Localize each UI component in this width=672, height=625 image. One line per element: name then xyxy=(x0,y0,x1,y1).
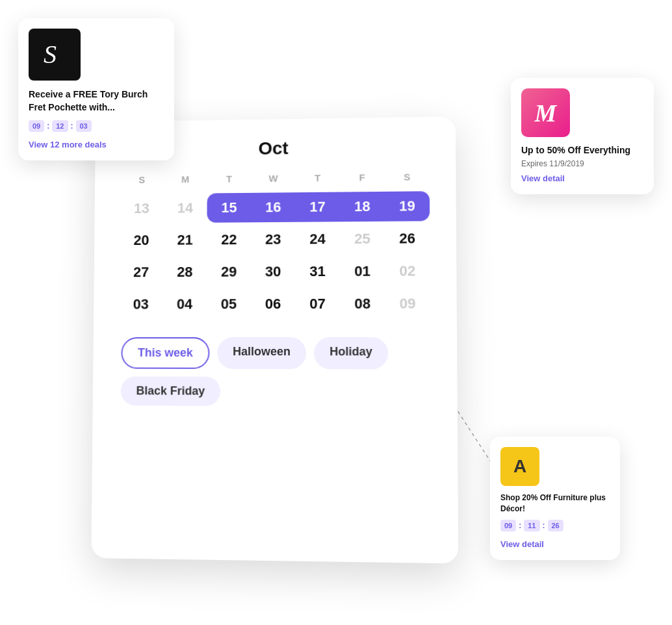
furniture-timer-m: 11 xyxy=(524,520,539,531)
popup-furniture: A Shop 20% Off Furniture plus Décor! 09 … xyxy=(490,437,620,560)
day-cell[interactable]: 28 xyxy=(163,257,207,287)
day-cell[interactable]: 09 xyxy=(385,288,430,318)
day-cell[interactable]: 04 xyxy=(162,290,207,320)
day-header: F xyxy=(340,168,385,186)
tory-deal-title: Receive a FREE Tory Burch Fret Pochette … xyxy=(29,88,164,114)
day-cell[interactable]: 23 xyxy=(251,225,295,255)
day-cell[interactable]: 17 xyxy=(295,192,340,222)
tory-timer-s: 03 xyxy=(76,120,92,132)
furniture-logo: A xyxy=(500,447,539,486)
furniture-timer-s: 26 xyxy=(548,520,563,531)
furniture-view-detail-link[interactable]: View detail xyxy=(500,539,544,549)
macys-logo: M xyxy=(521,88,570,137)
calendar-row: 27282930310102 xyxy=(119,256,430,287)
calendar-tag[interactable]: This week xyxy=(121,337,209,369)
furniture-deal-title: Shop 20% Off Furniture plus Décor! xyxy=(500,492,610,515)
day-cell[interactable]: 18 xyxy=(340,192,385,222)
calendar-card: Oct SMTWTFS 1314151617181920212223242526… xyxy=(91,116,458,563)
day-cell[interactable]: 22 xyxy=(207,225,251,255)
day-cell[interactable]: 08 xyxy=(340,289,385,319)
day-cell[interactable]: 29 xyxy=(207,257,251,287)
furniture-timer-h: 09 xyxy=(500,520,516,531)
calendar-row: 13141516171819 xyxy=(120,191,430,223)
macys-view-detail-link[interactable]: View detail xyxy=(521,173,565,183)
tory-logo: S xyxy=(29,29,81,81)
popup-tory: S Receive a FREE Tory Burch Fret Pochett… xyxy=(18,18,174,160)
furniture-timer-row: 09 : 11 : 26 xyxy=(500,520,610,531)
day-cell[interactable]: 06 xyxy=(251,289,295,319)
day-header: W xyxy=(251,169,295,188)
calendar-tag[interactable]: Black Friday xyxy=(121,376,220,405)
tory-timer-m: 12 xyxy=(52,120,68,132)
day-cell[interactable]: 02 xyxy=(385,256,430,286)
day-header: T xyxy=(207,170,252,188)
day-cell[interactable]: 03 xyxy=(119,290,163,320)
day-header: S xyxy=(385,167,430,186)
tory-view-more-link[interactable]: View 12 more deals xyxy=(29,140,107,149)
calendar-header-row: SMTWTFS xyxy=(120,167,430,189)
day-cell[interactable]: 26 xyxy=(385,223,430,253)
day-cell[interactable]: 14 xyxy=(163,194,207,223)
day-cell[interactable]: 13 xyxy=(120,194,163,223)
calendar-tag[interactable]: Holiday xyxy=(314,337,388,369)
macys-deal-title: Up to 50% Off Everything xyxy=(521,145,643,155)
day-cell[interactable]: 05 xyxy=(207,289,251,319)
day-cell[interactable]: 20 xyxy=(120,225,163,255)
day-header: S xyxy=(120,170,164,189)
day-cell[interactable]: 16 xyxy=(251,192,295,222)
day-cell[interactable]: 15 xyxy=(207,193,252,223)
macys-expires: Expires 11/9/2019 xyxy=(521,159,643,168)
day-cell[interactable]: 30 xyxy=(251,257,295,287)
popup-macys: M Up to 50% Off Everything Expires 11/9/… xyxy=(511,78,654,194)
day-header: M xyxy=(164,170,207,188)
calendar-row: 20212223242526 xyxy=(120,223,430,255)
day-cell[interactable]: 19 xyxy=(385,191,430,221)
calendar-row: 03040506070809 xyxy=(119,288,430,319)
day-header: T xyxy=(295,168,339,187)
day-cell[interactable]: 27 xyxy=(119,257,162,287)
day-cell[interactable]: 24 xyxy=(295,224,340,254)
day-cell[interactable]: 31 xyxy=(295,257,340,287)
day-cell[interactable]: 21 xyxy=(163,225,207,255)
calendar-grid: SMTWTFS 13141516171819202122232425262728… xyxy=(118,167,431,407)
tory-timer-h: 09 xyxy=(29,120,44,132)
calendar-tag[interactable]: Halloween xyxy=(217,337,306,369)
day-cell[interactable]: 01 xyxy=(340,257,385,287)
day-cell[interactable]: 07 xyxy=(295,289,340,319)
tags-row: This weekHalloweenHolidayBlack Friday xyxy=(118,337,431,407)
svg-text:S: S xyxy=(44,40,57,69)
tory-timer-row: 09 : 12 : 03 xyxy=(29,120,164,132)
day-cell[interactable]: 25 xyxy=(340,224,385,254)
